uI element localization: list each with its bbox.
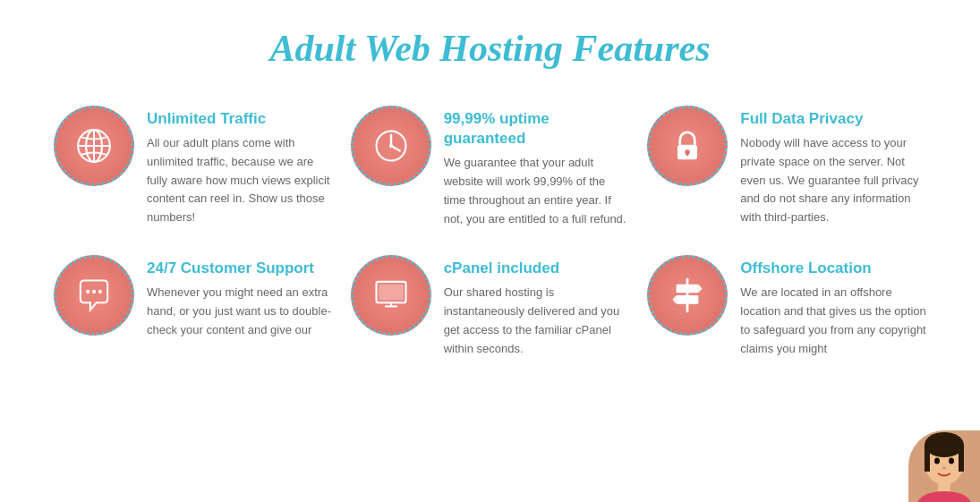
svg-rect-27 bbox=[959, 445, 964, 472]
features-grid: Unlimited Traffic All our adult plans co… bbox=[54, 106, 926, 359]
svg-point-28 bbox=[934, 458, 940, 464]
page-wrapper: Adult Web Hosting Features Unlimited Tra… bbox=[0, 0, 980, 377]
feature-icon-cpanel bbox=[351, 255, 431, 336]
feature-content-cpanel: cPanel included Our shared hosting is in… bbox=[444, 255, 630, 358]
feature-item-uptime: 99,99% uptime guaranteed We guarantee th… bbox=[351, 106, 630, 228]
feature-content-privacy: Full Data Privacy Nobody will have acces… bbox=[740, 106, 926, 227]
feature-content-support: 24/7 Customer Support Whenever you might… bbox=[147, 255, 333, 339]
svg-point-13 bbox=[98, 290, 102, 294]
feature-icon-uptime bbox=[351, 106, 431, 186]
svg-marker-20 bbox=[699, 285, 703, 294]
svg-marker-22 bbox=[673, 295, 677, 304]
feature-content-offshore: Offshore Location We are located in an o… bbox=[740, 255, 926, 358]
svg-rect-21 bbox=[677, 295, 699, 304]
lock-icon bbox=[668, 126, 707, 166]
page-title: Adult Web Hosting Features bbox=[54, 27, 926, 70]
svg-rect-19 bbox=[677, 285, 699, 294]
feature-title-privacy: Full Data Privacy bbox=[740, 109, 926, 129]
svg-rect-10 bbox=[686, 152, 689, 156]
feature-desc-support: Whenever you might need an extra hand, o… bbox=[147, 284, 333, 339]
feature-title-uptime: 99,99% uptime guaranteed bbox=[444, 109, 630, 149]
feature-icon-support bbox=[54, 255, 134, 336]
feature-desc-privacy: Nobody will have access to your private … bbox=[740, 134, 926, 227]
svg-rect-17 bbox=[379, 285, 404, 301]
avatar-corner bbox=[908, 430, 980, 502]
feature-title-cpanel: cPanel included bbox=[444, 259, 630, 278]
svg-rect-26 bbox=[925, 445, 930, 472]
svg-point-11 bbox=[86, 290, 89, 294]
feature-desc-uptime: We guarantee that your adult website wil… bbox=[444, 154, 630, 228]
svg-point-29 bbox=[949, 458, 954, 464]
chat-icon bbox=[74, 276, 114, 315]
feature-content-uptime: 99,99% uptime guaranteed We guarantee th… bbox=[444, 106, 630, 228]
feature-item-offshore: Offshore Location We are located in an o… bbox=[647, 255, 926, 358]
feature-item-cpanel: cPanel included Our shared hosting is in… bbox=[351, 255, 630, 358]
feature-item-support: 24/7 Customer Support Whenever you might… bbox=[54, 255, 333, 358]
avatar-image bbox=[908, 430, 980, 502]
feature-title-support: 24/7 Customer Support bbox=[147, 259, 333, 278]
feature-item-privacy: Full Data Privacy Nobody will have acces… bbox=[647, 106, 926, 228]
feature-desc-cpanel: Our shared hosting is instantaneously de… bbox=[444, 284, 630, 358]
feature-icon-unlimited-traffic bbox=[54, 106, 134, 186]
feature-title-offshore: Offshore Location bbox=[740, 259, 926, 278]
feature-icon-offshore bbox=[647, 255, 728, 336]
globe-icon bbox=[74, 126, 114, 166]
svg-point-12 bbox=[92, 290, 96, 294]
feature-desc-unlimited-traffic: All our adult plans come with unlimited … bbox=[147, 134, 333, 227]
monitor-icon bbox=[371, 276, 411, 315]
svg-point-30 bbox=[942, 467, 946, 470]
signpost-icon bbox=[668, 276, 707, 315]
feature-desc-offshore: We are located in an offshore location a… bbox=[740, 284, 926, 358]
feature-title-unlimited-traffic: Unlimited Traffic bbox=[147, 109, 333, 129]
feature-icon-privacy bbox=[647, 106, 728, 186]
clock-icon bbox=[371, 126, 411, 166]
svg-point-7 bbox=[389, 144, 393, 148]
feature-item-unlimited-traffic: Unlimited Traffic All our adult plans co… bbox=[54, 106, 333, 228]
feature-content-unlimited-traffic: Unlimited Traffic All our adult plans co… bbox=[147, 106, 333, 227]
svg-point-25 bbox=[925, 432, 964, 457]
